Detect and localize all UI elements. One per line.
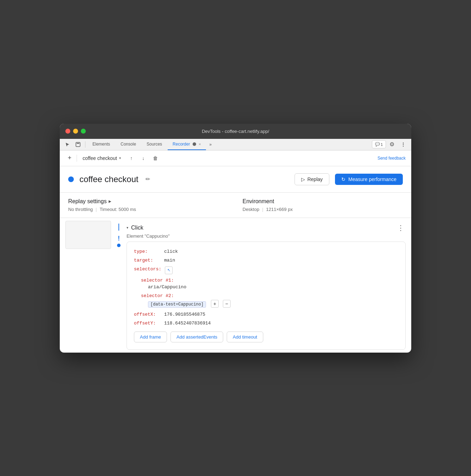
step-more-icon[interactable]: ⋮: [396, 224, 406, 232]
dropdown-arrow-icon: ▾: [119, 156, 121, 160]
recorder-actions: ↑ ↓ 🗑: [127, 153, 160, 163]
selector2-highlighted-value: [data-test=Cappucino]: [148, 301, 206, 308]
step-actions: Add frame Add assertedEvents Add timeout: [134, 332, 398, 342]
throttling-label: No throttling: [68, 207, 93, 212]
detail-target-row: target: main: [134, 258, 398, 263]
devtools-window: DevTools - coffee-cart.netlify.app/ Elem…: [60, 124, 411, 353]
settings-expand-icon: ▶: [109, 199, 111, 203]
settings-section: Replay settings ▶ No throttling | Timeou…: [60, 193, 411, 218]
replay-play-icon: ▷: [301, 176, 305, 182]
step-warning-icon: !: [118, 235, 120, 242]
selector1-value: aria/Cappucino: [148, 284, 398, 290]
edit-title-icon[interactable]: ✏: [146, 176, 150, 182]
tab-console[interactable]: Console: [116, 139, 141, 150]
offsetx-value: 176.90185546875: [164, 312, 205, 317]
more-icon[interactable]: ⋮: [398, 140, 408, 149]
tab-sources[interactable]: Sources: [142, 139, 167, 150]
measure-icon: ↻: [341, 176, 346, 182]
offsetx-key: offsetX:: [134, 312, 162, 317]
upload-button[interactable]: ↑: [127, 153, 136, 163]
step-element: Element "Cappucino": [127, 233, 406, 239]
download-button[interactable]: ↓: [138, 153, 148, 163]
selector1-key: selector #1:: [141, 278, 398, 283]
add-asserted-events-button[interactable]: Add assertedEvents: [170, 332, 223, 342]
selector-picker-icon: ↖: [167, 268, 170, 272]
settings-sep: |: [96, 207, 97, 212]
step-item: ! ▾ Click ⋮ Element "Cappucino" type: cl…: [60, 218, 411, 353]
svg-rect-1: [77, 143, 79, 144]
selector-picker-button[interactable]: ↖: [165, 266, 173, 274]
settings-icon[interactable]: ⚙: [387, 140, 397, 149]
offsety-key: offsetY:: [134, 321, 162, 326]
step-line: [118, 224, 119, 231]
maximize-button[interactable]: [81, 129, 86, 134]
send-feedback-link[interactable]: Send feedback: [378, 156, 406, 161]
recording-title: coffee checkout: [79, 174, 138, 184]
replay-settings: Replay settings ▶ No throttling | Timeou…: [68, 198, 228, 212]
environment-settings: Environment Desktop | 1211×669 px: [243, 198, 403, 212]
delete-button[interactable]: 🗑: [150, 153, 160, 163]
tab-elements[interactable]: Elements: [88, 139, 115, 150]
minimize-button[interactable]: [73, 129, 78, 134]
selector-remove-button[interactable]: −: [223, 300, 231, 308]
titlebar: DevTools - coffee-cart.netlify.app/: [60, 124, 411, 139]
close-button[interactable]: [65, 129, 70, 134]
type-key: type:: [134, 249, 162, 254]
step-detail-panel: type: click target: main selectors: ↖: [127, 242, 406, 350]
settings-title-label: Replay settings: [68, 198, 107, 205]
selector-group: selector #1: aria/Cappucino selector #2:…: [141, 278, 398, 308]
step-name: Click: [131, 225, 143, 231]
detail-selectors-row: selectors: ↖: [134, 266, 398, 274]
devtools-tabs: Elements Console Sources Recorder × » 💬 …: [60, 139, 411, 150]
recorder-status-icon: [193, 142, 196, 146]
selectors-key: selectors:: [134, 266, 161, 272]
env-desktop-label: Desktop: [243, 207, 259, 212]
add-timeout-button[interactable]: Add timeout: [227, 332, 263, 342]
svg-rect-0: [76, 142, 80, 147]
traffic-lights: [65, 129, 86, 134]
step-expand-icon[interactable]: ▾: [127, 226, 128, 230]
window-title: DevTools - coffee-cart.netlify.app/: [202, 129, 269, 134]
measure-label: Measure performance: [348, 176, 396, 182]
detail-offsety-row: offsetY: 118.6452407836914: [134, 321, 398, 326]
add-recording-button[interactable]: +: [65, 154, 74, 162]
upload-icon: ↑: [130, 155, 133, 161]
inspect-icon[interactable]: [73, 140, 83, 149]
target-value: main: [164, 258, 175, 263]
delete-icon: 🗑: [153, 155, 158, 161]
add-frame-button[interactable]: Add frame: [134, 332, 167, 342]
tab-close-icon[interactable]: ×: [199, 142, 201, 146]
badge-count: 1: [381, 142, 383, 147]
cursor-icon[interactable]: [63, 140, 72, 149]
type-value: click: [164, 249, 178, 254]
step-header: ▾ Click ⋮: [127, 221, 406, 233]
env-sep: |: [262, 207, 263, 212]
measure-performance-button[interactable]: ↻ Measure performance: [335, 174, 403, 185]
offsety-value: 118.6452407836914: [164, 321, 211, 326]
step-dot: [117, 244, 121, 247]
recording-status-dot: [68, 176, 74, 182]
step-content: ▾ Click ⋮ Element "Cappucino" type: clic…: [127, 221, 406, 350]
target-key: target:: [134, 258, 162, 263]
recording-selector[interactable]: coffee checkout ▾: [80, 154, 124, 162]
chat-icon: 💬: [375, 142, 380, 147]
tab-recorder[interactable]: Recorder ×: [168, 139, 206, 150]
toolbar-separator: [77, 155, 77, 162]
tab-badge[interactable]: 💬 1: [372, 140, 386, 148]
selector-add-button[interactable]: +: [211, 300, 219, 308]
detail-offsetx-row: offsetX: 176.90185546875: [134, 312, 398, 317]
recorder-toolbar: + coffee checkout ▾ ↑ ↓ 🗑 Send feedback: [60, 150, 411, 166]
replay-button[interactable]: ▷ Replay: [295, 173, 329, 185]
env-subtitle: Desktop | 1211×669 px: [243, 207, 403, 212]
replay-label: Replay: [307, 176, 323, 182]
selector2-value-row: [data-test=Cappucino] + −: [148, 300, 398, 308]
tab-recorder-label: Recorder: [173, 142, 190, 147]
replay-settings-title[interactable]: Replay settings ▶: [68, 198, 228, 205]
timeout-label: Timeout: 5000 ms: [99, 207, 136, 212]
detail-type-row: type: click: [134, 249, 398, 254]
env-size-label: 1211×669 px: [266, 207, 293, 212]
step-connector: !: [115, 221, 122, 247]
recording-name: coffee checkout: [83, 155, 117, 161]
step-list: ! ▾ Click ⋮ Element "Cappucino" type: cl…: [60, 218, 411, 353]
tab-overflow-btn[interactable]: »: [207, 141, 215, 148]
